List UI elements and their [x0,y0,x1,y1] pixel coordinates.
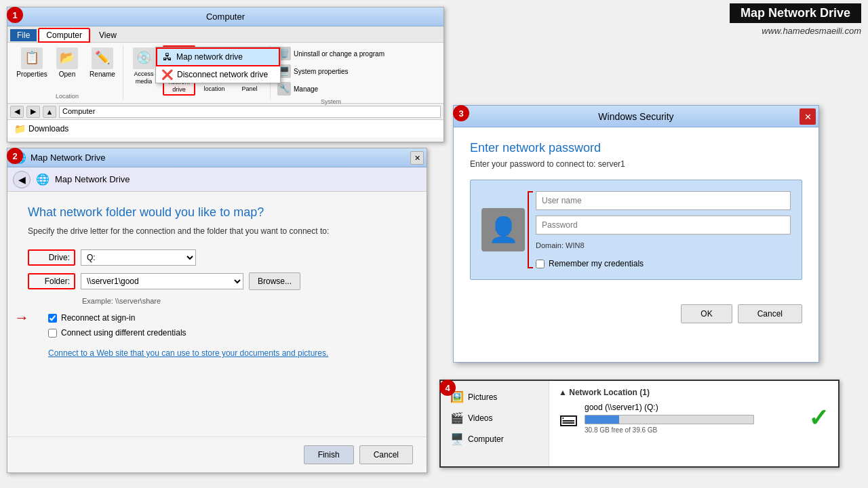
back-button[interactable]: ◀ [13,171,31,188]
reconnect-label: Reconnect at sign-in [61,313,135,323]
nav-path[interactable]: Computer [59,106,441,118]
web-link[interactable]: Connect to a Web site that you can use t… [48,348,328,358]
view-tab[interactable]: View [92,28,124,42]
open-btn[interactable]: 📂 Open [51,45,83,81]
step-badge-4: 4 [439,380,456,396]
windows-security-dialog: Windows Security ✕ Enter network passwor… [453,105,819,363]
username-input[interactable] [536,191,791,210]
folder-select[interactable]: \\server1\good [81,273,243,289]
remember-creds-row: Remember my credentials [536,259,791,268]
dialog-subtext: Specify the drive letter for the connect… [28,226,406,236]
folder-row: Folder: \\server1\good Browse... [28,272,406,290]
domain-text: Domain: WIN8 [536,241,791,249]
computer-icon: 🖥️ [450,432,464,445]
location-buttons: 📋 Properties 📂 Open ✏️ Rename [16,45,119,81]
network-location-panel: 🖼️ Pictures 🎬 Videos 🖥️ Computer ▲ Netwo… [439,380,840,468]
ws-content: Enter network password Enter your passwo… [454,127,818,304]
p4-drive-item: 🖴 good (\\server1) (Q:) 30.8 GB free of … [559,403,829,434]
ribbon-tabs: File Computer View [7,26,443,43]
p4-content: 🖼️ Pictures 🎬 Videos 🖥️ Computer ▲ Netwo… [441,381,838,466]
ws-close-button[interactable]: ✕ [800,108,816,125]
drive-row: Drive: Q: [28,249,406,266]
map-drive-dropdown-item[interactable]: 🖧 Map network drive [156,47,280,66]
reconnect-checkbox[interactable] [48,314,57,323]
ws-title-text: Windows Security [598,111,673,122]
checkmark-icon: ✓ [808,404,829,432]
uninstall-btn[interactable]: 🗑️ Uninstall or change a program [275,45,387,62]
file-tab[interactable]: File [10,29,37,41]
computer-item[interactable]: 🖥️ Computer [449,431,540,447]
rename-icon: ✏️ [92,47,113,69]
password-input[interactable] [536,216,791,235]
ws-fields: Domain: WIN8 Remember my credentials [536,191,791,268]
drive-name: good (\\server1) (Q:) [585,403,802,412]
storage-bar-fill [585,415,619,424]
finish-button[interactable]: Finish [304,445,354,464]
system-group-label: System [321,97,341,105]
access-media-icon: 💿 [133,47,155,69]
dialog-heading: What network folder would you like to ma… [28,205,406,220]
cancel-button[interactable]: Cancel [359,445,413,464]
disconnect-icon: ❌ [161,69,173,80]
web-link-container: Connect to a Web site that you can use t… [28,348,406,358]
system-props-btn[interactable]: 🖥️ System properties [275,63,387,79]
remember-checkbox[interactable] [536,260,545,268]
example-text: Example: \\server\share [82,297,406,305]
computer-tab[interactable]: Computer [38,28,90,43]
explorer-title: Computer [206,12,245,22]
ok-button[interactable]: OK [681,304,732,323]
diff-creds-label: Connect using different credentials [61,328,186,338]
user-avatar: 👤 [481,208,525,251]
ws-footer: OK Cancel [454,304,818,334]
nav-bar: ◀ ▶ ▲ Computer [7,104,443,120]
diff-creds-row: Connect using different credentials [48,328,406,338]
folder-label: Folder: [28,273,75,289]
browse-button[interactable]: Browse... [249,272,300,290]
reconnect-row: → Reconnect at sign-in [48,313,406,323]
close-button[interactable]: ✕ [410,151,424,165]
forward-arrow[interactable]: ▶ [26,106,40,118]
step-badge-1: 1 [7,7,23,23]
ws-title-bar: Windows Security ✕ [454,106,818,127]
network-drive-icon: 🖴 [559,407,578,430]
dialog-content: What network folder would you like to ma… [7,192,427,371]
remember-label: Remember my credentials [549,259,644,268]
ws-heading: Enter network password [470,141,802,155]
dialog-nav-title: Map Network Drive [55,174,130,184]
open-icon: 📂 [56,47,78,69]
storage-bar [585,415,754,424]
manage-icon: 🔧 [277,82,291,96]
dialog-nav: ◀ 🌐 Map Network Drive [7,167,427,192]
manage-btn[interactable]: 🔧 Manage [275,81,387,97]
step-badge-3: 3 [453,105,469,121]
step-badge-2: 2 [7,148,23,164]
videos-icon: 🎬 [450,411,464,424]
rename-btn[interactable]: ✏️ Rename [86,45,119,81]
ws-form-area: 👤 Domain: WIN8 Remember my credentials [470,180,802,280]
list-item[interactable]: 📁 Downloads [13,123,438,135]
dialog-title: Map Network Drive [31,152,106,163]
file-list: 📁 Downloads [7,120,443,138]
website-url: www.hamedesmaeili.com [730,26,861,36]
properties-icon: 📋 [21,47,43,69]
ws-subtext: Enter your password to connect to: serve… [470,159,802,169]
diff-creds-checkbox[interactable] [48,329,57,338]
dropdown-menu: 🖧 Map network drive ❌ Disconnect network… [155,47,281,83]
videos-item[interactable]: 🎬 Videos [449,410,540,426]
dialog-footer: Finish Cancel [7,436,427,472]
explorer-window: Computer File Computer View 📋 Properties… [7,7,444,142]
globe-icon-small: 🌐 [36,173,50,186]
back-arrow[interactable]: ◀ [10,106,24,118]
map-dropdown-icon: 🖧 [163,52,172,62]
pictures-item[interactable]: 🖼️ Pictures [449,389,540,405]
up-arrow[interactable]: ▲ [43,106,56,118]
disconnect-dropdown-item[interactable]: ❌ Disconnect network drive [156,66,280,83]
location-group-label: Location [56,92,79,100]
folder-icon: 📁 [14,123,26,134]
arrow-indicator: → [14,309,29,327]
properties-btn[interactable]: 📋 Properties [16,45,48,81]
p4-left-nav: 🖼️ Pictures 🎬 Videos 🖥️ Computer [441,381,549,466]
drive-info: good (\\server1) (Q:) 30.8 GB free of 39… [585,403,802,434]
ws-cancel-button[interactable]: Cancel [738,304,802,323]
drive-select[interactable]: Q: [81,249,196,266]
